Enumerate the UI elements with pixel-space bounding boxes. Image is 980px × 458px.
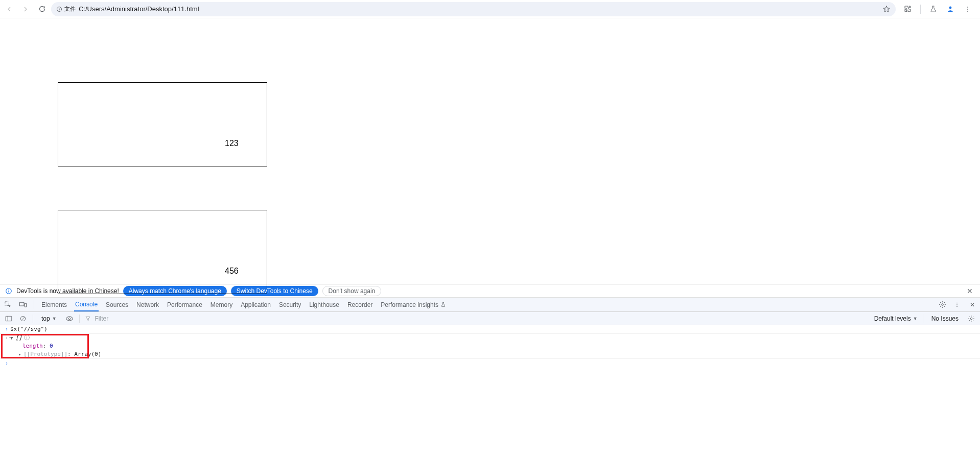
svg-point-21 — [68, 318, 70, 319]
console-return-row[interactable]: ‹· ▼ [] ⓘ — [0, 334, 980, 342]
live-expression-icon[interactable] — [65, 314, 74, 323]
box-1-text: 123 — [225, 139, 239, 148]
reload-button[interactable] — [37, 4, 47, 14]
page-info-chip[interactable]: 文件 — [56, 5, 76, 13]
return-value: [] — [15, 334, 22, 342]
svg-point-3 — [949, 6, 952, 9]
svg-point-14 — [956, 302, 958, 303]
svg-point-6 — [967, 11, 968, 12]
tab-console[interactable]: Console — [74, 298, 99, 311]
context-selector[interactable]: top ▼ — [38, 314, 60, 324]
browser-toolbar: 文件 C:/Users/Administrator/Desktop/111.ht… — [0, 0, 980, 18]
content-box-2: 456 — [58, 210, 267, 294]
console-settings-icon[interactable] — [967, 314, 976, 323]
labs-icon[interactable] — [928, 4, 938, 14]
svg-line-20 — [21, 317, 25, 320]
separator — [33, 315, 33, 323]
svg-point-1 — [59, 8, 59, 8]
prop-key: [[Prototype]] — [24, 351, 67, 357]
profile-avatar[interactable] — [945, 4, 955, 14]
return-chevron-icon: ‹· — [5, 334, 10, 342]
file-chip-label: 文件 — [64, 5, 76, 13]
bookmark-star-icon[interactable] — [882, 5, 891, 13]
object-prop-prototype[interactable]: ▸ [[Prototype]]: Array(0) — [0, 350, 980, 359]
devtools-panel: DevTools is now available in Chinese! Al… — [0, 284, 980, 371]
devtools-close-icon[interactable]: ✕ — [968, 300, 977, 309]
svg-rect-9 — [8, 291, 9, 293]
tab-security[interactable]: Security — [278, 298, 302, 311]
chevron-down-icon: ▼ — [52, 316, 57, 321]
content-box-1: 123 — [58, 82, 267, 166]
separator — [79, 315, 80, 323]
separator — [34, 300, 34, 309]
console-output-group: ‹· ▼ [] ⓘ length: 0 ▸ [[Prototype]]: Arr… — [0, 334, 980, 359]
banner-dont-show-button[interactable]: Don't show again — [322, 286, 382, 296]
devtools-tab-strip: Elements Console Sources Network Perform… — [0, 298, 980, 312]
console-prompt[interactable]: › — [0, 359, 980, 368]
browser-right-icons — [900, 4, 976, 14]
prop-key: length — [22, 343, 43, 349]
clear-console-icon[interactable] — [18, 314, 28, 323]
console-body[interactable]: › $x("//svg") ‹· ▼ [] ⓘ length: 0 ▸ — [0, 325, 980, 371]
tab-network[interactable]: Network — [135, 298, 160, 311]
prop-value: Array(0) — [74, 351, 101, 357]
console-sidebar-toggle-icon[interactable] — [4, 314, 13, 323]
issues-label[interactable]: No Issues — [928, 315, 962, 322]
extensions-icon[interactable] — [903, 4, 913, 14]
svg-point-8 — [8, 289, 9, 290]
filter-input[interactable] — [94, 315, 869, 323]
box-2-text: 456 — [225, 267, 239, 276]
collapse-caret-icon[interactable]: ▸ — [18, 351, 24, 358]
tab-elements[interactable]: Elements — [40, 298, 68, 311]
tab-memory[interactable]: Memory — [209, 298, 234, 311]
console-input-row: › $x("//svg") — [0, 325, 980, 334]
device-toolbar-icon[interactable] — [18, 300, 28, 309]
flask-icon — [440, 302, 446, 307]
tab-lighthouse[interactable]: Lighthouse — [308, 298, 340, 311]
svg-point-22 — [970, 318, 972, 320]
tab-sources[interactable]: Sources — [105, 298, 129, 311]
tab-perf-insights-label: Performance insights — [381, 301, 438, 308]
tab-application[interactable]: Application — [240, 298, 272, 311]
forward-button[interactable] — [20, 4, 31, 14]
tab-recorder[interactable]: Recorder — [346, 298, 374, 311]
separator — [923, 315, 923, 323]
svg-point-5 — [967, 9, 968, 10]
context-label: top — [41, 315, 50, 322]
svg-point-16 — [956, 306, 958, 307]
expand-caret-icon[interactable]: ▼ — [10, 334, 15, 342]
info-icon — [5, 287, 12, 295]
prompt-icon: › — [5, 326, 10, 333]
levels-label: Default levels — [874, 315, 911, 322]
svg-point-15 — [956, 304, 958, 305]
log-levels-selector[interactable]: Default levels ▼ — [874, 315, 918, 322]
svg-rect-2 — [59, 9, 60, 10]
info-icon[interactable]: ⓘ — [24, 334, 30, 342]
svg-rect-11 — [19, 302, 24, 306]
kebab-menu-icon[interactable] — [963, 4, 973, 14]
info-icon — [56, 6, 62, 12]
console-toolbar: top ▼ Default levels ▼ No Issues — [0, 312, 980, 325]
devtools-kebab-icon[interactable] — [952, 300, 962, 309]
filter-icon — [85, 316, 91, 322]
nav-buttons — [4, 4, 47, 14]
inspect-element-icon[interactable] — [3, 300, 12, 309]
object-prop-length[interactable]: length: 0 — [0, 342, 980, 350]
back-button[interactable] — [4, 4, 14, 14]
console-input-text: $x("//svg") — [10, 326, 48, 333]
svg-rect-17 — [6, 316, 12, 321]
tab-performance-insights[interactable]: Performance insights — [380, 298, 447, 311]
svg-point-13 — [942, 304, 944, 306]
address-bar[interactable]: 文件 C:/Users/Administrator/Desktop/111.ht… — [51, 2, 896, 16]
console-filter[interactable] — [85, 315, 869, 323]
svg-rect-12 — [25, 303, 26, 307]
page-content: 123 456 — [0, 18, 980, 284]
devtools-settings-icon[interactable] — [939, 301, 946, 308]
separator — [920, 5, 921, 14]
url-text: C:/Users/Administrator/Desktop/111.html — [79, 5, 199, 13]
banner-close-icon[interactable]: ✕ — [965, 287, 975, 295]
svg-point-4 — [967, 6, 968, 7]
chevron-down-icon: ▼ — [913, 316, 918, 321]
prop-value: 0 — [50, 343, 53, 349]
tab-performance[interactable]: Performance — [166, 298, 203, 311]
